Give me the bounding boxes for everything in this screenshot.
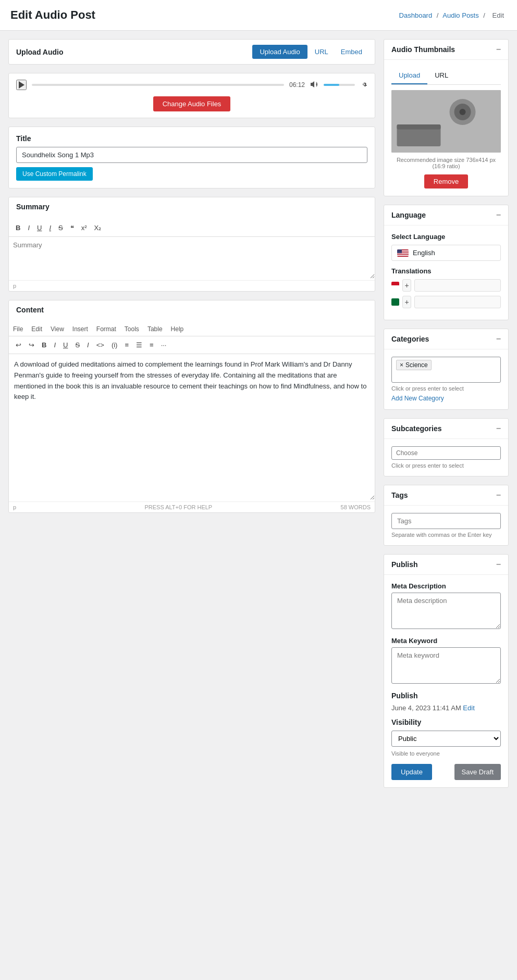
align-left-btn[interactable]: ≡: [122, 340, 131, 350]
menu-tools[interactable]: Tools: [125, 325, 139, 333]
menu-help[interactable]: Help: [171, 325, 184, 333]
summary-footer: p: [9, 280, 375, 291]
breadcrumb: Dashboard / Audio Posts / Edit: [399, 11, 507, 19]
embed-button[interactable]: Embed: [336, 45, 367, 59]
italic-btn[interactable]: I: [25, 222, 32, 233]
top-bar: Edit Audio Post Dashboard / Audio Posts …: [0, 0, 517, 31]
code-btn[interactable]: <>: [94, 340, 107, 350]
underline-btn[interactable]: U: [34, 222, 44, 233]
thumbnails-collapse[interactable]: −: [496, 45, 501, 54]
update-button[interactable]: Update: [391, 764, 432, 780]
visibility-select[interactable]: Public Private Password Protected: [391, 731, 501, 747]
add-translation-id[interactable]: +: [402, 279, 411, 292]
categories-input-row[interactable]: × Science: [391, 357, 501, 383]
tags-collapse[interactable]: −: [496, 491, 501, 500]
add-new-category[interactable]: Add New Category: [391, 395, 444, 402]
menu-file[interactable]: File: [13, 325, 23, 333]
word-count: 58 WORDS: [341, 504, 371, 510]
subcategories-input-row[interactable]: [391, 446, 501, 460]
content-strike-btn[interactable]: S: [72, 340, 82, 350]
title-input[interactable]: [16, 147, 367, 163]
publish-panel: Publish − Meta Description Meta Keyword …: [384, 554, 509, 788]
remove-button[interactable]: Remove: [424, 174, 468, 189]
tags-input[interactable]: [391, 513, 501, 529]
breadcrumb-dashboard[interactable]: Dashboard: [399, 11, 433, 19]
add-translation-sa[interactable]: +: [402, 296, 411, 308]
flag-sa-icon: [391, 298, 399, 306]
language-select[interactable]: English: [391, 245, 501, 261]
menu-edit[interactable]: Edit: [31, 325, 42, 333]
category-chip: × Science: [396, 360, 432, 370]
superscript-btn[interactable]: x²: [79, 222, 90, 233]
visibility-label: Visibility: [391, 718, 501, 726]
visible-hint: Visible to everyone: [391, 750, 501, 757]
publish-edit-link[interactable]: Edit: [463, 704, 474, 712]
subcategories-input[interactable]: [396, 449, 474, 457]
publish-collapse[interactable]: −: [496, 560, 501, 569]
meta-desc-input[interactable]: [391, 593, 501, 629]
content-underline-btn[interactable]: U: [60, 340, 70, 350]
menu-insert[interactable]: Insert: [72, 325, 88, 333]
menu-table[interactable]: Table: [147, 325, 163, 333]
publish-date-group: Publish June 4, 2023 11:41 AM Edit: [391, 692, 501, 712]
translation-row-id: +: [391, 279, 501, 292]
categories-hint: Click or press enter to select: [391, 385, 501, 392]
menu-format[interactable]: Format: [96, 325, 116, 333]
audio-player-row: 06:12: [16, 80, 367, 90]
content-textarea[interactable]: A download of guided meditations aimed t…: [9, 354, 375, 500]
change-audio-button[interactable]: Change Audio Files: [153, 96, 231, 111]
summary-textarea[interactable]: [9, 237, 375, 279]
settings-icon[interactable]: [360, 81, 367, 90]
categories-collapse[interactable]: −: [496, 334, 501, 344]
save-draft-button[interactable]: Save Draft: [454, 764, 501, 780]
category-input[interactable]: [396, 372, 474, 380]
blockquote-btn[interactable]: ❝: [68, 222, 77, 233]
content-bold-btn[interactable]: B: [39, 340, 49, 350]
subcategories-panel: Subcategories − Click or press enter to …: [384, 418, 509, 476]
align-right-btn[interactable]: ≡: [147, 340, 156, 350]
align-center-btn[interactable]: ☰: [133, 340, 145, 350]
audio-player-panel: 06:12 Change Audio Files: [8, 73, 375, 118]
more-btn[interactable]: ···: [158, 340, 169, 350]
translation-input-id[interactable]: [414, 279, 501, 292]
subcategories-collapse[interactable]: −: [496, 424, 501, 433]
volume-icon[interactable]: [310, 81, 318, 90]
progress-bar[interactable]: [32, 84, 284, 86]
content-italic2-btn[interactable]: I: [84, 340, 92, 350]
undo-btn[interactable]: ↩: [13, 340, 24, 350]
title-label: Title: [16, 134, 367, 143]
translation-row-sa: +: [391, 296, 501, 308]
upload-audio-button[interactable]: Upload Audio: [252, 45, 307, 59]
right-column: Audio Thumbnails − Upload URL: [384, 39, 509, 788]
summary-toolbar: B I U I S ❝ x² X₂: [9, 219, 375, 237]
language-collapse[interactable]: −: [496, 210, 501, 220]
publish-actions: Update Save Draft: [391, 764, 501, 780]
language-panel: Language − Select Language English Trans…: [384, 205, 509, 320]
press-alt-hint: PRESS ALT+0 FOR HELP: [144, 504, 212, 510]
subscript-btn[interactable]: X₂: [92, 222, 104, 233]
permalink-button[interactable]: Use Custom Permalink: [16, 167, 93, 181]
strikethrough-btn[interactable]: S: [56, 222, 66, 233]
content-italic-btn[interactable]: I: [51, 340, 58, 350]
url-button[interactable]: URL: [310, 45, 334, 59]
title-panel: Title Use Custom Permalink: [8, 127, 375, 189]
breadcrumb-audio-posts[interactable]: Audio Posts: [442, 11, 478, 19]
content-tag: p: [13, 504, 16, 510]
inline-code-btn[interactable]: (i): [109, 340, 120, 350]
publish-date: June 4, 2023 11:41 AM Edit: [391, 704, 501, 712]
menu-view[interactable]: View: [51, 325, 64, 333]
upload-audio-bar: Upload Audio Upload Audio URL Embed: [8, 39, 375, 65]
volume-slider[interactable]: [324, 84, 355, 86]
tab-upload[interactable]: Upload: [391, 67, 427, 84]
bold-btn[interactable]: B: [13, 222, 23, 233]
redo-btn[interactable]: ↪: [26, 340, 37, 350]
meta-kw-input[interactable]: [391, 647, 501, 684]
meta-desc-group: Meta Description: [391, 582, 501, 631]
translation-input-sa[interactable]: [414, 296, 501, 308]
categories-header: Categories −: [384, 329, 508, 349]
italic-underline-btn[interactable]: I: [46, 222, 54, 233]
tab-url[interactable]: URL: [427, 67, 456, 84]
thumbnails-header: Audio Thumbnails −: [384, 40, 508, 60]
play-button[interactable]: [16, 80, 27, 90]
chip-x[interactable]: ×: [400, 361, 403, 369]
